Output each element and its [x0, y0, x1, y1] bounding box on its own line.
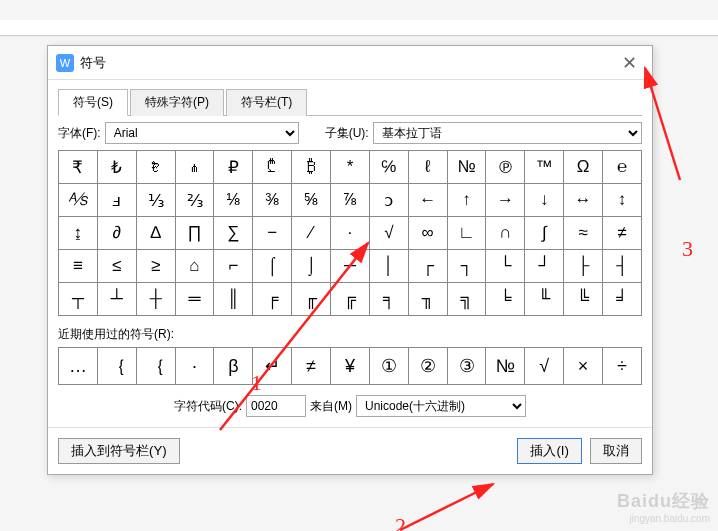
- symbol-cell[interactable]: ∫: [525, 217, 564, 250]
- symbol-cell[interactable]: ℅: [370, 151, 409, 184]
- symbol-cell[interactable]: ∕: [292, 217, 331, 250]
- symbol-cell[interactable]: ₻: [137, 151, 176, 184]
- symbol-cell[interactable]: ₿: [292, 151, 331, 184]
- symbol-cell[interactable]: ₾: [253, 151, 292, 184]
- symbol-cell[interactable]: ┼: [137, 283, 176, 316]
- from-select[interactable]: Unicode(十六进制): [356, 395, 526, 417]
- symbol-cell[interactable]: ≥: [137, 250, 176, 283]
- symbol-cell[interactable]: ₺: [98, 151, 137, 184]
- symbol-cell[interactable]: ╛: [603, 283, 642, 316]
- cancel-button[interactable]: 取消: [590, 438, 642, 464]
- symbol-cell[interactable]: ∆: [137, 217, 176, 250]
- symbol-cell[interactable]: ↄ: [370, 184, 409, 217]
- recent-cell[interactable]: ·: [176, 348, 215, 384]
- recent-cell[interactable]: ¥: [331, 348, 370, 384]
- symbol-cell[interactable]: ∑: [214, 217, 253, 250]
- font-select[interactable]: Arial: [105, 122, 299, 144]
- symbol-cell[interactable]: ∙: [331, 217, 370, 250]
- symbol-cell[interactable]: ┴: [98, 283, 137, 316]
- symbol-cell[interactable]: ₽: [214, 151, 253, 184]
- symbol-cell[interactable]: ℓ: [409, 151, 448, 184]
- symbol-cell[interactable]: ≡: [59, 250, 98, 283]
- symbol-cell[interactable]: ╒: [253, 283, 292, 316]
- close-button[interactable]: ✕: [614, 48, 644, 78]
- symbol-cell[interactable]: ↑: [448, 184, 487, 217]
- symbol-cell[interactable]: ↓: [525, 184, 564, 217]
- symbol-cell[interactable]: ╘: [486, 283, 525, 316]
- symbol-cell[interactable]: ┤: [603, 250, 642, 283]
- symbol-cell[interactable]: ║: [214, 283, 253, 316]
- symbol-cell[interactable]: ∩: [486, 217, 525, 250]
- symbol-cell[interactable]: №: [448, 151, 487, 184]
- symbol-cell[interactable]: ═: [176, 283, 215, 316]
- symbol-cell[interactable]: ⌡: [292, 250, 331, 283]
- symbol-cell[interactable]: ─: [331, 250, 370, 283]
- recent-cell[interactable]: ｛: [137, 348, 176, 384]
- char-code-input[interactable]: [246, 395, 306, 417]
- symbol-cell[interactable]: ┌: [409, 250, 448, 283]
- recent-cell[interactable]: ×: [564, 348, 603, 384]
- symbol-cell[interactable]: ⅞: [331, 184, 370, 217]
- symbol-cell[interactable]: ₼: [176, 151, 215, 184]
- symbol-cell[interactable]: ┬: [59, 283, 98, 316]
- symbol-cell[interactable]: ╗: [448, 283, 487, 316]
- symbol-cell[interactable]: ╓: [292, 283, 331, 316]
- symbol-cell[interactable]: ≤: [98, 250, 137, 283]
- symbol-cell[interactable]: ⌐: [214, 250, 253, 283]
- recent-cell[interactable]: ÷: [603, 348, 642, 384]
- symbol-cell[interactable]: −: [253, 217, 292, 250]
- recent-cell[interactable]: ①: [370, 348, 409, 384]
- insert-button[interactable]: 插入(I): [517, 438, 582, 464]
- symbol-cell[interactable]: ℗: [486, 151, 525, 184]
- symbol-cell[interactable]: ∏: [176, 217, 215, 250]
- recent-cell[interactable]: ｛: [98, 348, 137, 384]
- symbol-cell[interactable]: ⅜: [253, 184, 292, 217]
- symbol-cell[interactable]: └: [486, 250, 525, 283]
- symbol-cell[interactable]: ™: [525, 151, 564, 184]
- symbol-cell[interactable]: ∂: [98, 217, 137, 250]
- symbol-cell[interactable]: ₹: [59, 151, 98, 184]
- insert-to-bar-button[interactable]: 插入到符号栏(Y): [58, 438, 180, 464]
- symbol-cell[interactable]: √: [370, 217, 409, 250]
- recent-cell[interactable]: β: [214, 348, 253, 384]
- symbol-cell[interactable]: ⅝: [292, 184, 331, 217]
- symbol-cell[interactable]: →: [486, 184, 525, 217]
- recent-cell[interactable]: √: [525, 348, 564, 384]
- symbol-cell[interactable]: ↔: [564, 184, 603, 217]
- tab-special-chars[interactable]: 特殊字符(P): [130, 89, 224, 116]
- recent-cell[interactable]: ②: [409, 348, 448, 384]
- symbol-cell[interactable]: ←: [409, 184, 448, 217]
- symbol-cell[interactable]: ╖: [409, 283, 448, 316]
- symbol-cell[interactable]: ↕: [603, 184, 642, 217]
- symbol-cell[interactable]: Ω: [564, 151, 603, 184]
- symbol-cell[interactable]: ≠: [603, 217, 642, 250]
- symbol-cell[interactable]: ↨: [59, 217, 98, 250]
- symbol-cell[interactable]: ╙: [525, 283, 564, 316]
- symbol-cell[interactable]: ├: [564, 250, 603, 283]
- symbol-cell[interactable]: ╕: [370, 283, 409, 316]
- symbol-cell[interactable]: ∟: [448, 217, 487, 250]
- subset-select[interactable]: 基本拉丁语: [373, 122, 642, 144]
- recent-cell[interactable]: ③: [448, 348, 487, 384]
- recent-cell[interactable]: …: [59, 348, 98, 384]
- symbol-cell[interactable]: ℮: [603, 151, 642, 184]
- symbol-cell[interactable]: ⅔: [176, 184, 215, 217]
- tab-symbol-bar[interactable]: 符号栏(T): [226, 89, 307, 116]
- symbol-cell[interactable]: ⌂: [176, 250, 215, 283]
- symbol-cell[interactable]: *: [331, 151, 370, 184]
- symbol-cell[interactable]: ╔: [331, 283, 370, 316]
- symbol-cell[interactable]: ⅎ: [98, 184, 137, 217]
- symbol-cell[interactable]: ┐: [448, 250, 487, 283]
- symbol-cell[interactable]: ≈: [564, 217, 603, 250]
- recent-cell[interactable]: ≠: [292, 348, 331, 384]
- symbol-cell[interactable]: ⅓: [137, 184, 176, 217]
- symbol-cell[interactable]: ┘: [525, 250, 564, 283]
- symbol-cell[interactable]: ⌠: [253, 250, 292, 283]
- symbol-cell[interactable]: │: [370, 250, 409, 283]
- symbol-cell[interactable]: ⅍: [59, 184, 98, 217]
- symbol-cell[interactable]: ╚: [564, 283, 603, 316]
- symbol-cell[interactable]: ⅛: [214, 184, 253, 217]
- symbol-cell[interactable]: ∞: [409, 217, 448, 250]
- recent-cell[interactable]: №: [486, 348, 525, 384]
- tab-symbols[interactable]: 符号(S): [58, 89, 128, 116]
